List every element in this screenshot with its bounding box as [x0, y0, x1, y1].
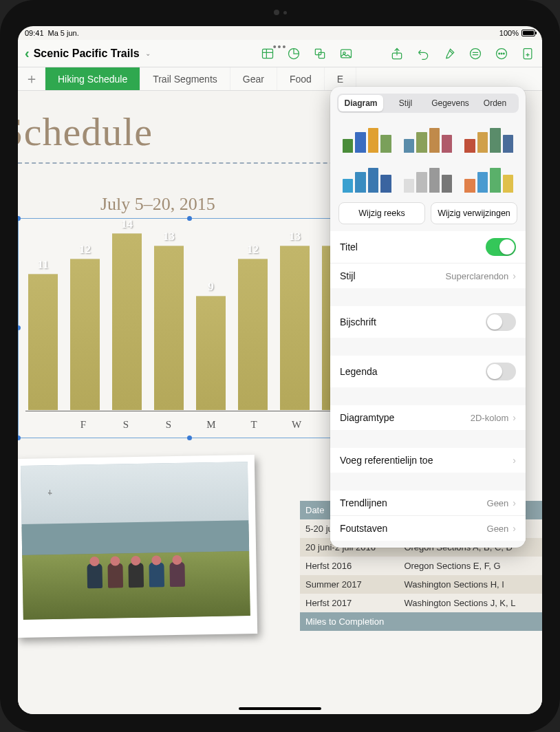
undo-icon[interactable]: [416, 46, 431, 61]
add-sheet-button[interactable]: ＋: [18, 67, 45, 90]
caption-toggle[interactable]: [486, 313, 516, 331]
photo-card[interactable]: 𐕣: [18, 455, 257, 638]
bar-value: 11: [37, 258, 48, 272]
insert-shape-icon[interactable]: [312, 46, 327, 61]
share-icon[interactable]: [389, 46, 405, 61]
tab-hiking-schedule[interactable]: Hiking Schedule: [45, 67, 140, 90]
battery-icon: [521, 30, 535, 36]
add-reference-line-row[interactable]: Voeg referentielijn toe ›: [330, 448, 526, 473]
multitask-dots-icon[interactable]: •••: [273, 41, 288, 52]
chart-style-thumb[interactable]: [462, 162, 516, 195]
title-row: Titel: [330, 231, 526, 263]
chart-style-thumb[interactable]: [401, 162, 455, 195]
legend-row: Legenda: [330, 356, 526, 387]
new-sheet-icon[interactable]: [520, 46, 535, 61]
table-footer-row: Miles to Completion: [300, 612, 542, 631]
table-row: Herfst 2017Washington Sections J, K, L: [300, 594, 542, 612]
table-row: Herfst 2016Oregon Sections E, F, G: [300, 557, 542, 575]
chart-type-row[interactable]: Diagramtype 2D-kolom›: [330, 405, 526, 430]
svg-point-10: [501, 53, 502, 54]
tab-gegevens[interactable]: Gegevens: [428, 95, 473, 111]
format-popover: Diagram Stijl Gegevens Orden Wijzig reek…: [330, 87, 526, 548]
selection-handle[interactable]: [187, 435, 192, 440]
edit-references-button[interactable]: Wijzig verwijzingen: [431, 202, 517, 224]
bar-value: 12: [79, 243, 91, 257]
tab-orden[interactable]: Orden: [473, 95, 517, 111]
tab-trail-segments[interactable]: Trail Segments: [140, 67, 230, 90]
chart-style-thumb[interactable]: [340, 162, 394, 195]
legend-toggle[interactable]: [486, 363, 516, 380]
chart-style-thumb[interactable]: [462, 122, 516, 155]
caption-row: Bijschrift: [330, 306, 526, 338]
selected-chart[interactable]: 11 12 14 13 9 12 13 13 F S S M T: [18, 218, 362, 438]
error-bars-row[interactable]: Foutstaven Geen›: [330, 515, 526, 541]
document-title[interactable]: Scenic Pacific Trails: [34, 47, 140, 60]
table-row: Summer 2017Washington Sections H, I: [300, 575, 542, 594]
popover-tabs: Diagram Stijl Gegevens Orden: [337, 94, 519, 113]
selection-handle[interactable]: [18, 216, 21, 221]
svg-point-9: [499, 53, 500, 54]
title-toggle[interactable]: [486, 238, 516, 256]
title-dropdown-icon[interactable]: ⌄: [145, 50, 151, 57]
insert-media-icon[interactable]: [338, 46, 354, 61]
bar-value: 9: [208, 280, 214, 294]
tab-diagram[interactable]: Diagram: [338, 95, 383, 111]
style-row[interactable]: Stijl Superclarendon›: [330, 263, 526, 288]
bar-value: 13: [289, 230, 301, 244]
page-title: g Schedule: [18, 109, 153, 155]
back-button[interactable]: ‹: [25, 45, 30, 61]
chart-style-thumb[interactable]: [401, 122, 455, 155]
chart-style-grid: [330, 120, 526, 202]
format-brush-icon[interactable]: [442, 46, 457, 61]
trendlines-row[interactable]: Trendlijnen Geen›: [330, 491, 526, 515]
bar-value: 14: [121, 217, 133, 231]
svg-point-11: [504, 53, 505, 54]
battery-percent: 100%: [499, 29, 519, 37]
bar-value: 13: [163, 230, 175, 244]
svg-rect-2: [315, 49, 321, 54]
selection-handle[interactable]: [18, 325, 21, 330]
selection-handle[interactable]: [18, 435, 21, 440]
chart-style-thumb[interactable]: [340, 122, 394, 155]
svg-rect-0: [263, 49, 273, 58]
status-time: 09:41: [25, 29, 44, 37]
selection-handle[interactable]: [187, 216, 192, 221]
chart-title: July 5–20, 2015: [100, 194, 215, 215]
tab-food[interactable]: Food: [277, 67, 325, 90]
svg-point-7: [471, 48, 481, 58]
x-axis-labels: F S S M T W: [25, 419, 354, 431]
tab-stijl[interactable]: Stijl: [383, 95, 428, 111]
svg-rect-3: [319, 52, 324, 58]
tab-gear[interactable]: Gear: [230, 67, 277, 90]
insert-chart-icon[interactable]: [286, 46, 301, 61]
status-bar: 09:41 Ma 5 jun. 100%: [18, 26, 542, 40]
view-options-icon[interactable]: [468, 46, 483, 61]
bar-value: 12: [247, 243, 259, 257]
status-date: Ma 5 jun.: [48, 29, 79, 37]
photo-image: 𐕣: [21, 462, 250, 620]
x-axis-line: [25, 411, 354, 411]
more-icon[interactable]: [494, 46, 509, 61]
chart-bars: 11 12 14 13 9 12 13 13: [25, 226, 354, 410]
title-divider: [18, 162, 355, 164]
home-indicator[interactable]: [239, 707, 321, 710]
edit-series-button[interactable]: Wijzig reeks: [338, 202, 425, 224]
